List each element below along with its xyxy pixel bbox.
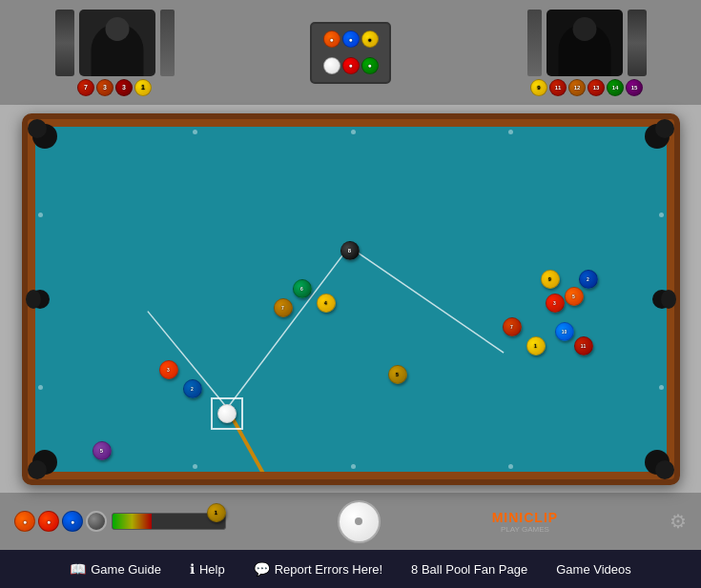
top-bar: 7 3 3 1 ● ● ● ● ● xyxy=(0,0,701,105)
svg-line-0 xyxy=(227,246,349,407)
table-ball-purple: 5 xyxy=(93,441,112,460)
avatar-right xyxy=(546,10,623,76)
table-ball-or1: 5 xyxy=(565,287,584,306)
power-bar-container: ● ● ● xyxy=(14,511,226,532)
center-rack: ● ● ● ● ● xyxy=(303,22,399,84)
table-ball-rd2: 11 xyxy=(574,336,593,355)
table-ball-y2: 1 xyxy=(526,336,546,355)
select-ball3[interactable]: ● xyxy=(62,511,83,532)
table-felt: 8 5 1 9 xyxy=(35,127,667,472)
bottom-controls: ● ● ● MINICLIP PLAY GAMES ⚙ xyxy=(0,493,701,550)
settings-icon[interactable]: ⚙ xyxy=(670,510,687,533)
table-ball-bl2: 10 xyxy=(555,322,574,341)
report-icon: 💬 xyxy=(254,561,270,577)
cue-left xyxy=(55,10,74,76)
cushion-dot-2 xyxy=(351,130,356,134)
svg-line-1 xyxy=(349,246,504,352)
miniclip-label: MINICLIP xyxy=(492,510,558,525)
rack-ball-2: ● xyxy=(342,30,360,48)
footer-report[interactable]: 💬 Report Errors Here! xyxy=(254,561,382,577)
cushion-dot-4 xyxy=(193,464,197,469)
cue-right1 xyxy=(527,10,542,76)
pocket-mid-r xyxy=(661,290,676,309)
footer-game-guide-label: Game Guide xyxy=(91,562,161,577)
cushion-dot-6 xyxy=(508,464,513,469)
miniclip-logo: MINICLIP PLAY GAMES xyxy=(492,510,558,534)
select-ball2[interactable]: ● xyxy=(38,511,59,532)
table-ball-r1: 3 xyxy=(546,294,565,313)
select-solid[interactable]: ● xyxy=(14,511,35,532)
rack-ball-3: ● xyxy=(361,30,379,48)
footer-help-label: Help xyxy=(199,562,225,577)
rack-ball-4: ● xyxy=(342,57,360,74)
game-guide-icon: 📖 xyxy=(70,561,86,577)
pool-table: 8 5 1 9 xyxy=(22,113,680,485)
player-left: 7 3 3 1 xyxy=(10,10,219,96)
cushion-dot-9 xyxy=(659,213,664,217)
table-ball-y3: 4 xyxy=(317,294,336,313)
svg-line-3 xyxy=(232,416,363,471)
rack-ball-1: ● xyxy=(323,30,340,48)
footer-videos-label: Game Videos xyxy=(556,562,631,577)
rack-ball-cue xyxy=(323,57,340,74)
footer-fan-page-label: 8 Ball Pool Fan Page xyxy=(411,562,527,577)
select-ball4[interactable] xyxy=(86,511,107,532)
corner-bl xyxy=(28,460,47,479)
cushion-dot-7 xyxy=(38,213,43,217)
cue-right2 xyxy=(628,10,647,76)
ball-1: 1 xyxy=(134,79,152,96)
cue-ball-aim-dot xyxy=(355,517,362,525)
cushion-dot-3 xyxy=(508,130,513,134)
power-fill xyxy=(113,514,152,529)
player-right-balls: 9 11 12 13 14 15 xyxy=(530,79,643,96)
table-wrapper: 8 5 1 9 xyxy=(0,105,701,493)
cue-left2 xyxy=(160,10,175,76)
cue-ball-wrapper xyxy=(215,401,239,426)
miniclip-sublabel: PLAY GAMES xyxy=(501,525,549,534)
ball-3b: 3 xyxy=(115,79,133,96)
table-ball-y4: 5 xyxy=(388,365,407,384)
cushion-dot-1 xyxy=(193,130,197,134)
table-8ball: 8 xyxy=(340,241,360,260)
cue-ball-indicator[interactable] xyxy=(338,500,381,543)
corner-tl xyxy=(28,119,47,138)
rack-display: ● ● ● ● ● xyxy=(310,22,391,84)
ball-3: 3 xyxy=(96,79,113,96)
help-icon: ℹ xyxy=(190,561,195,577)
table-ball-yellow-low: 1 xyxy=(207,503,226,522)
ball-11: 11 xyxy=(549,79,567,96)
corner-tr xyxy=(655,119,674,138)
table-ball-r3: 3 xyxy=(159,360,178,379)
ball-15: 15 xyxy=(626,79,643,96)
cushion-dot-10 xyxy=(659,385,664,390)
ball-selector[interactable]: ● ● ● xyxy=(14,511,107,532)
rack-ball-5: ● xyxy=(361,57,379,74)
player-right: 9 11 12 13 14 15 xyxy=(482,10,691,96)
table-ball-b3: 2 xyxy=(183,379,202,398)
player-left-balls: 7 3 3 1 xyxy=(77,79,152,96)
ball-12: 12 xyxy=(568,79,586,96)
footer-videos[interactable]: Game Videos xyxy=(556,562,631,577)
avatar-left xyxy=(79,10,155,76)
footer-nav: 📖 Game Guide ℹ Help 💬 Report Errors Here… xyxy=(0,550,701,588)
table-ball-r2: 7 xyxy=(503,317,522,336)
cushion-dot-8 xyxy=(38,385,43,390)
ball-14: 14 xyxy=(607,79,624,96)
ball-13: 13 xyxy=(588,79,605,96)
table-ball-bl1: 2 xyxy=(579,270,598,289)
footer-game-guide[interactable]: 📖 Game Guide xyxy=(70,561,161,577)
footer-fan-page[interactable]: 8 Ball Pool Fan Page xyxy=(411,562,527,577)
corner-br xyxy=(655,460,674,479)
footer-help[interactable]: ℹ Help xyxy=(190,561,225,577)
ball-9: 9 xyxy=(530,79,547,96)
cue-ball xyxy=(217,404,237,423)
cushion-dot-5 xyxy=(351,464,356,469)
footer-report-label: Report Errors Here! xyxy=(275,562,382,577)
table-ball-br1: 7 xyxy=(274,298,293,317)
table-ball-g1: 6 xyxy=(293,279,312,298)
pocket-mid-l xyxy=(26,290,41,309)
game-container: 7 3 3 1 ● ● ● ● ● xyxy=(0,0,701,588)
table-ball-yr1: 9 xyxy=(541,270,560,289)
ball-7: 7 xyxy=(77,79,94,96)
